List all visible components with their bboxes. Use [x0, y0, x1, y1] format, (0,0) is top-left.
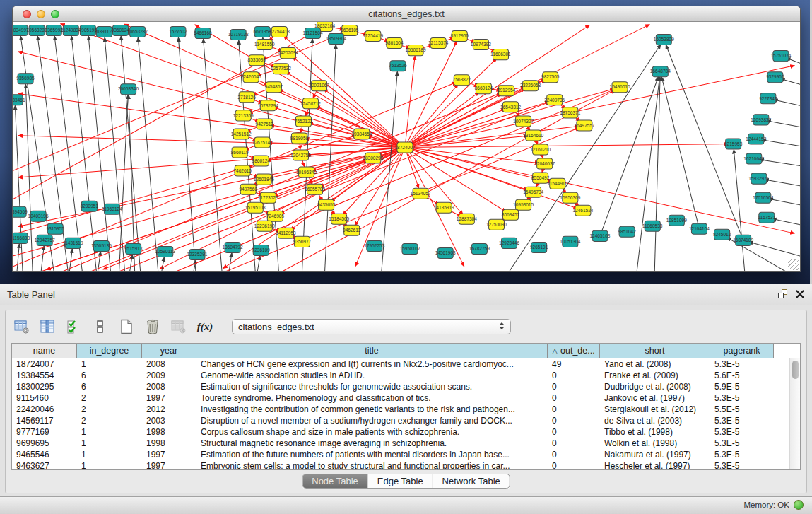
graph-node[interactable]: 12104104	[689, 223, 710, 234]
graph-node[interactable]: 9515913	[124, 243, 143, 254]
graph-node[interactable]: 12753090	[486, 219, 507, 230]
tab-network-table[interactable]: Network Table	[433, 474, 510, 488]
graph-node[interactable]: 1527602	[169, 27, 187, 37]
graph-node[interactable]: 12236190	[254, 221, 275, 231]
column-header-short[interactable]: short	[600, 344, 710, 358]
cell-in_degree[interactable]: 6	[77, 381, 142, 392]
graph-node[interactable]: 13519304	[326, 34, 346, 45]
cell-pagerank[interactable]: 5.6E-5	[710, 370, 774, 381]
graph-node[interactable]: 8660119	[231, 147, 249, 158]
graph-node[interactable]: 12577532	[271, 64, 291, 74]
graph-node[interactable]: 11254419	[363, 31, 384, 42]
graph-node[interactable]: 9861604	[385, 38, 404, 49]
cell-short[interactable]: de Silva et al. (2003)	[600, 415, 710, 426]
column-header-year[interactable]: year	[142, 344, 196, 358]
cell-year[interactable]: 2012	[142, 404, 196, 415]
graph-node[interactable]: 11060533	[642, 221, 663, 231]
cell-short[interactable]: Hescheler et al. (1997)	[600, 460, 710, 469]
column-header-in_degree[interactable]: in_degree	[77, 344, 142, 358]
graph-node[interactable]: 15751074	[770, 51, 791, 62]
cell-in_degree[interactable]: 1	[77, 460, 142, 469]
graph-node[interactable]: 8533093	[248, 55, 266, 66]
create-new-column-button[interactable]	[117, 317, 136, 336]
graph-node[interactable]: 9462613	[343, 225, 361, 235]
column-header-out_de[interactable]: △out_de...	[548, 344, 600, 358]
table-options-button[interactable]	[13, 317, 31, 336]
cell-year[interactable]: 2008	[142, 381, 196, 392]
table-selector-dropdown[interactable]: citations_edges.txt	[232, 319, 511, 334]
float-panel-icon[interactable]	[777, 288, 788, 302]
graph-node[interactable]: 14112953	[276, 228, 296, 238]
cell-pagerank[interactable]: 5.3E-5	[710, 426, 774, 438]
cell-in_degree[interactable]: 1	[77, 358, 142, 370]
graph-node[interactable]: 23226058	[520, 81, 541, 91]
graph-node[interactable]: 15184505	[329, 214, 349, 224]
graph-node[interactable]: 20053346	[118, 84, 139, 95]
tab-node-table[interactable]: Node Table	[302, 474, 367, 488]
graph-node[interactable]: 12115374	[428, 38, 449, 49]
graph-node[interactable]: 15506189	[406, 45, 426, 56]
graph-node[interactable]: 11431519	[63, 238, 83, 248]
cell-title[interactable]: Tourette syndrome. Phenomenology and cla…	[196, 392, 548, 404]
cell-out_de[interactable]: 0	[548, 381, 600, 392]
graph-node[interactable]: 15195108	[245, 202, 266, 213]
graph-node[interactable]: 7236109	[252, 245, 271, 255]
graph-node[interactable]: 16648784	[650, 66, 671, 77]
table-row[interactable]: 946554611997Estimation of the future num…	[12, 449, 789, 460]
cell-in_degree[interactable]: 1	[77, 426, 142, 438]
table-row[interactable]: 1938455462009Genome-wide association stu…	[12, 370, 789, 381]
graph-node[interactable]: 15956309	[560, 192, 580, 203]
graph-node[interactable]: 10590113	[155, 246, 176, 257]
graph-node[interactable]: 22040637	[534, 158, 555, 169]
cell-out_de[interactable]: 0	[548, 426, 600, 438]
network-window[interactable]: citations_edges.txt 18724007183002951938…	[12, 6, 801, 272]
graph-node[interactable]: 12465103	[589, 230, 610, 241]
graph-node[interactable]: 2718126	[237, 92, 256, 103]
graph-node[interactable]: 8215953	[724, 139, 743, 149]
function-builder-button[interactable]: f(x)	[196, 317, 214, 336]
graph-node[interactable]: 9245012	[713, 229, 731, 240]
table-row[interactable]: 946362711997Embryonic stem cells: a mode…	[12, 460, 789, 469]
cell-title[interactable]: Embryonic stem cells: a model to study s…	[196, 460, 548, 469]
graph-node[interactable]: 11723029	[258, 192, 278, 203]
graph-node[interactable]: 7652122	[295, 116, 313, 127]
cell-out_de[interactable]: 0	[548, 415, 600, 426]
cell-title[interactable]: Estimation of significance thresholds fo…	[196, 381, 548, 392]
cell-short[interactable]: Nakamura et al. (1997)	[600, 449, 710, 460]
graph-node[interactable]: 15495734	[523, 187, 543, 197]
table-row[interactable]: 1872400712008Changes of HCN gene express…	[12, 358, 789, 370]
cell-year[interactable]: 2008	[142, 358, 196, 370]
cell-title[interactable]: Genome-wide association studies in ADHD.	[196, 370, 548, 381]
cell-name[interactable]: 9115460	[12, 392, 77, 404]
graph-node[interactable]: 9329966	[766, 72, 784, 83]
cell-year[interactable]: 2009	[142, 370, 196, 381]
cell-pagerank[interactable]: 5.5E-5	[710, 404, 774, 415]
table-vertical-scrollbar[interactable]	[789, 358, 800, 469]
graph-node[interactable]: 8069457	[502, 209, 520, 220]
graph-node[interactable]: 9427512	[256, 119, 274, 129]
graph-node[interactable]: 15958107	[400, 243, 420, 254]
graph-node[interactable]: 18724007	[394, 142, 415, 153]
cell-out_de[interactable]: 0	[548, 449, 600, 460]
graph-node[interactable]: 14251512	[231, 129, 252, 139]
network-view-canvas[interactable]: 1872400718300295193845541275441311481550…	[13, 22, 800, 271]
cell-name[interactable]: 9463627	[12, 460, 77, 469]
graph-node[interactable]: 11249804	[61, 25, 81, 36]
graph-node[interactable]: 11606301	[490, 49, 511, 60]
cell-out_de[interactable]: 0	[548, 460, 600, 469]
column-header-title[interactable]: title	[196, 344, 548, 358]
graph-node[interactable]: 12887304	[457, 214, 477, 224]
graph-node[interactable]: 12675142	[252, 137, 273, 148]
graph-node[interactable]: 9227343	[759, 93, 777, 104]
graph-node[interactable]: 9819058	[290, 133, 309, 144]
graph-node[interactable]: 16055709	[305, 184, 325, 194]
graph-node[interactable]: 9315955	[47, 223, 65, 234]
graph-node[interactable]: 9827505	[541, 72, 560, 83]
window-resize-grip[interactable]	[788, 259, 799, 270]
graph-node[interactable]: 9454867	[265, 82, 283, 93]
select-all-button[interactable]	[65, 317, 83, 336]
cell-out_de[interactable]: 0	[548, 392, 600, 404]
graph-node[interactable]: 9265101	[530, 242, 548, 252]
graph-node[interactable]: 11156883	[13, 233, 30, 243]
cell-name[interactable]: 9699695	[12, 438, 77, 449]
